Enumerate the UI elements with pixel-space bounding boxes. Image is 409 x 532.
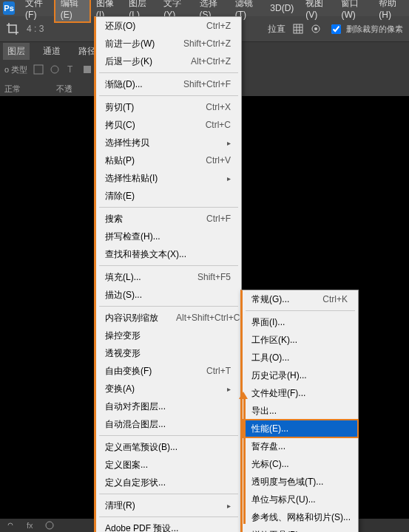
edit-item-8[interactable]: 选择性拷贝 <box>96 134 241 151</box>
menu-3d[interactable]: 3D(D) <box>264 1 300 16</box>
delete-cropped-checkbox[interactable]: 删除裁剪的像素 <box>328 22 403 36</box>
edit-item-30[interactable]: 定义自定形状... <box>96 474 241 491</box>
menu-view[interactable]: 视图(V) <box>300 0 335 22</box>
prefs-item-2[interactable]: 界面(I)... <box>243 313 358 331</box>
edit-item-18[interactable]: 描边(S)... <box>96 286 241 304</box>
prefs-item-14[interactable]: 增效工具(P)... <box>243 526 358 532</box>
tab-layers[interactable]: 图层 <box>3 43 30 60</box>
kind-filter[interactable]: o 类型 <box>4 64 27 75</box>
svg-point-2 <box>314 27 317 30</box>
image-filter-icon[interactable] <box>33 64 44 75</box>
edit-item-6[interactable]: 剪切(T)Ctrl+X <box>96 98 241 116</box>
edit-item-14[interactable]: 拼写检查(H)... <box>96 228 241 245</box>
edit-item-1[interactable]: 前进一步(W)Shift+Ctrl+Z <box>96 35 241 52</box>
prefs-item-7[interactable]: 导出... <box>243 402 358 420</box>
type-filter-icon[interactable]: T <box>66 64 76 75</box>
opacity-label: 不透 <box>56 83 72 95</box>
edit-item-29[interactable]: 定义图案... <box>96 456 241 474</box>
menu-file[interactable]: 文件(F) <box>19 0 55 22</box>
edit-item-25[interactable]: 自动对齐图层... <box>96 398 241 415</box>
edit-item-26[interactable]: 自动混合图层... <box>96 415 241 433</box>
preferences-submenu: 常规(G)...Ctrl+K界面(I)...工作区(K)...工具(O)...历… <box>240 290 359 532</box>
edit-item-20[interactable]: 内容识别缩放Alt+Shift+Ctrl+C <box>96 309 241 327</box>
prefs-item-11[interactable]: 透明度与色域(T)... <box>243 473 358 491</box>
crop-ratio[interactable]: 4 : 3 <box>27 24 44 34</box>
fx-label[interactable]: fx <box>27 521 33 530</box>
menu-help[interactable]: 帮助(H) <box>373 0 409 22</box>
blend-mode[interactable]: 正常 <box>4 83 21 95</box>
edit-item-10[interactable]: 选择性粘贴(I) <box>96 169 241 187</box>
grid-icon[interactable] <box>293 24 303 34</box>
edit-item-13[interactable]: 搜索Ctrl+F <box>96 210 241 228</box>
svg-rect-0 <box>294 24 302 33</box>
svg-rect-6 <box>84 66 91 73</box>
link-icon[interactable] <box>6 521 15 530</box>
svg-rect-3 <box>34 65 43 74</box>
prefs-item-12[interactable]: 单位与标尺(U)... <box>243 491 358 508</box>
menu-window[interactable]: 窗口(W) <box>335 0 373 22</box>
prefs-item-4[interactable]: 工具(O)... <box>243 349 358 366</box>
prefs-item-8[interactable]: 性能(E)... <box>243 420 358 437</box>
svg-point-9 <box>46 522 53 529</box>
prefs-item-3[interactable]: 工作区(K)... <box>243 331 358 349</box>
edit-item-17[interactable]: 填充(L)...Shift+F5 <box>96 268 241 286</box>
edit-menu-dropdown: 还原(O)Ctrl+Z前进一步(W)Shift+Ctrl+Z后退一步(K)Alt… <box>94 16 242 532</box>
app-logo: Ps <box>3 1 15 15</box>
svg-text:T: T <box>67 64 73 75</box>
edit-item-34[interactable]: Adobe PDF 预设... <box>96 519 241 532</box>
edit-item-28[interactable]: 定义画笔预设(B)... <box>96 438 241 456</box>
edit-item-11[interactable]: 清除(E) <box>96 187 241 205</box>
edit-item-2[interactable]: 后退一步(K)Alt+Ctrl+Z <box>96 52 241 70</box>
edit-item-15[interactable]: 查找和替换文本(X)... <box>96 245 241 263</box>
prefs-item-13[interactable]: 参考线、网格和切片(S)... <box>243 508 358 526</box>
prefs-item-9[interactable]: 暂存盘... <box>243 437 358 455</box>
adjust-filter-icon[interactable] <box>50 64 60 75</box>
gear-icon[interactable] <box>311 24 321 34</box>
prefs-item-6[interactable]: 文件处理(F)... <box>243 384 358 402</box>
menubar: Ps 文件(F) 编辑(E) 图像(I) 图层(L) 文字(Y) 选择(S) 滤… <box>0 0 409 16</box>
menu-edit[interactable]: 编辑(E) <box>55 0 90 22</box>
crop-tool-icon[interactable] <box>6 22 19 35</box>
prefs-item-10[interactable]: 光标(C)... <box>243 455 358 473</box>
edit-item-7[interactable]: 拷贝(C)Ctrl+C <box>96 116 241 134</box>
edit-item-4[interactable]: 渐隐(D)...Shift+Ctrl+F <box>96 75 241 93</box>
toolbar-straighten[interactable]: 拉直 <box>268 23 285 35</box>
edit-item-21[interactable]: 操控变形 <box>96 327 241 344</box>
edit-item-0[interactable]: 还原(O)Ctrl+Z <box>96 17 241 35</box>
tab-channels[interactable]: 通道 <box>38 43 65 60</box>
edit-item-23[interactable]: 自由变换(F)Ctrl+T <box>96 362 241 380</box>
edit-item-9[interactable]: 粘贴(P)Ctrl+V <box>96 151 241 169</box>
edit-item-22[interactable]: 透视变形 <box>96 344 241 362</box>
prefs-item-5[interactable]: 历史记录(H)... <box>243 366 358 384</box>
shape-filter-icon[interactable] <box>82 64 92 75</box>
mask-icon[interactable] <box>45 521 54 530</box>
prefs-item-0[interactable]: 常规(G)...Ctrl+K <box>243 290 358 308</box>
edit-item-32[interactable]: 清理(R) <box>96 497 241 514</box>
svg-point-4 <box>51 66 58 73</box>
edit-item-24[interactable]: 变换(A) <box>96 380 241 398</box>
